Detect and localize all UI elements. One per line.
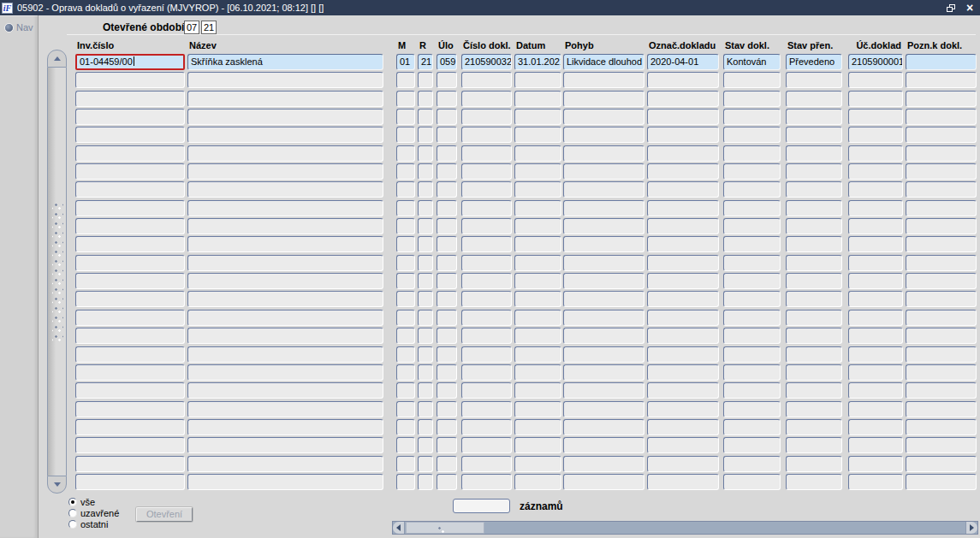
table-cell-stav_dokl[interactable]: [723, 310, 781, 326]
filter-option-vše[interactable]: vše: [68, 496, 119, 507]
table-cell-oznac[interactable]: [647, 109, 719, 125]
table-cell-datum[interactable]: [514, 273, 561, 289]
table-cell-stav_pren[interactable]: [786, 382, 842, 399]
table-cell-pozn[interactable]: [906, 273, 977, 289]
table-cell-pozn[interactable]: [906, 346, 977, 363]
table-cell-m[interactable]: [396, 328, 415, 344]
table-cell-nazev[interactable]: [187, 236, 383, 252]
table-cell-cislo[interactable]: [461, 291, 512, 307]
table-cell-ulo[interactable]: [437, 291, 457, 307]
table-cell-r[interactable]: [418, 109, 433, 125]
table-cell-inv[interactable]: [75, 456, 185, 472]
table-cell-inv[interactable]: [75, 218, 185, 234]
table-cell-pohyb[interactable]: [563, 91, 644, 107]
table-cell-stav_pren[interactable]: [786, 437, 842, 453]
table-cell-r[interactable]: [418, 273, 433, 289]
table-cell-datum[interactable]: [514, 163, 561, 180]
table-cell-datum[interactable]: [514, 127, 561, 143]
table-cell-cislo[interactable]: [461, 109, 512, 125]
table-cell-r[interactable]: [418, 291, 433, 307]
table-cell-stav_pren[interactable]: [786, 200, 842, 216]
table-cell-pohyb[interactable]: [563, 401, 644, 417]
table-cell-stav_dokl[interactable]: [723, 346, 781, 363]
table-cell-inv[interactable]: [75, 328, 185, 344]
table-cell-cislo[interactable]: [461, 273, 512, 289]
table-cell-pozn[interactable]: [906, 145, 977, 162]
table-cell-datum[interactable]: [514, 310, 561, 326]
table-cell-stav_pren[interactable]: [786, 72, 842, 88]
table-cell-stav_pren[interactable]: [786, 181, 842, 198]
table-cell-stav_dokl[interactable]: [723, 72, 781, 88]
table-cell-datum[interactable]: [514, 401, 561, 417]
table-cell-stav_pren[interactable]: [786, 163, 842, 180]
open-button[interactable]: Otevření: [136, 507, 193, 522]
table-cell-cislo[interactable]: [461, 310, 512, 326]
table-cell-ulo[interactable]: [437, 310, 457, 326]
table-cell-datum[interactable]: [514, 437, 561, 453]
table-cell-oznac[interactable]: [647, 382, 719, 399]
table-cell-oznac[interactable]: [647, 364, 719, 381]
table-cell-inv[interactable]: [75, 145, 185, 162]
table-cell-stav_pren[interactable]: [786, 346, 842, 363]
table-cell-nazev[interactable]: [187, 181, 383, 198]
table-cell-pozn[interactable]: [906, 310, 977, 326]
table-cell-nazev[interactable]: [187, 419, 383, 435]
close-window-button[interactable]: ×: [963, 2, 977, 14]
table-cell-stav_dokl[interactable]: [723, 419, 781, 435]
table-cell-inv[interactable]: [75, 181, 185, 198]
table-cell-r[interactable]: [418, 218, 433, 234]
period-year-field[interactable]: 21: [201, 21, 217, 34]
table-cell-ulo[interactable]: [437, 218, 457, 234]
table-cell-oznac[interactable]: [647, 181, 719, 198]
table-cell-nazev[interactable]: [187, 127, 383, 143]
table-cell-datum[interactable]: [514, 91, 561, 107]
table-cell-pozn[interactable]: [906, 163, 977, 180]
table-cell-inv[interactable]: 01-04459/00: [75, 54, 185, 70]
table-cell-r[interactable]: [418, 236, 433, 252]
table-cell-m[interactable]: [396, 474, 415, 490]
vertical-scrollbar-thumb[interactable]: [52, 200, 63, 344]
table-cell-stav_pren[interactable]: Převedeno: [786, 54, 842, 70]
table-cell-inv[interactable]: [75, 437, 185, 453]
table-cell-stav_dokl[interactable]: [723, 181, 781, 198]
table-cell-uc_doklad[interactable]: [848, 200, 903, 216]
table-cell-datum[interactable]: [514, 382, 561, 399]
table-cell-stav_dokl[interactable]: [723, 456, 781, 472]
table-cell-uc_doklad[interactable]: [848, 163, 903, 180]
table-cell-pohyb[interactable]: [563, 255, 644, 271]
table-cell-cislo[interactable]: [461, 328, 512, 344]
table-cell-m[interactable]: [396, 346, 415, 363]
table-cell-oznac[interactable]: [647, 91, 719, 107]
table-cell-pozn[interactable]: [906, 218, 977, 234]
table-cell-m[interactable]: [396, 218, 415, 234]
table-cell-stav_pren[interactable]: [786, 145, 842, 162]
table-cell-m[interactable]: [396, 91, 415, 107]
table-cell-nazev[interactable]: [187, 163, 383, 180]
table-cell-m[interactable]: [396, 200, 415, 216]
table-cell-nazev[interactable]: [187, 382, 383, 399]
table-cell-m[interactable]: [396, 437, 415, 453]
table-cell-oznac[interactable]: [647, 236, 719, 252]
table-cell-ulo[interactable]: [437, 181, 457, 198]
table-cell-uc_doklad[interactable]: 2105900001: [848, 54, 903, 70]
horizontal-scrollbar[interactable]: [392, 521, 978, 535]
table-cell-inv[interactable]: [75, 364, 185, 381]
table-cell-datum[interactable]: [514, 419, 561, 435]
table-cell-oznac[interactable]: [647, 163, 719, 180]
table-cell-ulo[interactable]: [437, 456, 457, 472]
table-cell-pohyb[interactable]: [563, 310, 644, 326]
table-cell-cislo[interactable]: [461, 181, 512, 198]
table-cell-cislo[interactable]: [461, 382, 512, 399]
radio-button-icon[interactable]: [68, 520, 77, 529]
table-cell-inv[interactable]: [75, 163, 185, 180]
table-cell-m[interactable]: [396, 273, 415, 289]
table-cell-pozn[interactable]: [906, 109, 977, 125]
table-cell-uc_doklad[interactable]: [848, 236, 903, 252]
table-cell-pohyb[interactable]: [563, 273, 644, 289]
table-cell-ulo[interactable]: [437, 419, 457, 435]
table-cell-datum[interactable]: [514, 72, 561, 88]
table-cell-ulo[interactable]: [437, 200, 457, 216]
scroll-left-button[interactable]: [393, 522, 405, 534]
table-cell-stav_dokl[interactable]: [723, 437, 781, 453]
table-cell-oznac[interactable]: [647, 419, 719, 435]
